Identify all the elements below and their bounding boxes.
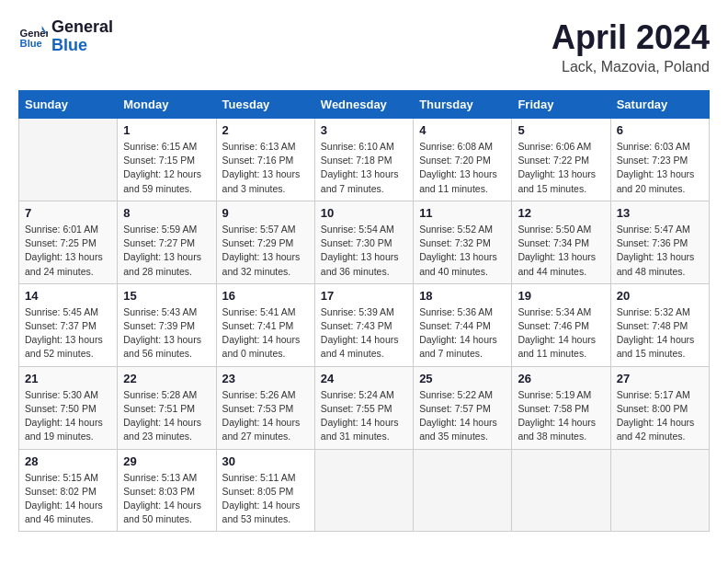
location-title: Lack, Mazovia, Poland xyxy=(552,59,710,75)
day-info: Sunrise: 5:13 AM Sunset: 8:03 PM Dayligh… xyxy=(123,471,210,527)
day-number: 8 xyxy=(123,206,210,220)
day-info: Sunrise: 5:19 AM Sunset: 7:58 PM Dayligh… xyxy=(518,388,604,444)
day-number: 29 xyxy=(123,454,210,468)
day-number: 6 xyxy=(617,123,703,137)
day-info: Sunrise: 5:24 AM Sunset: 7:55 PM Dayligh… xyxy=(321,388,407,444)
calendar-cell xyxy=(19,119,118,201)
calendar-cell: 24Sunrise: 5:24 AM Sunset: 7:55 PM Dayli… xyxy=(314,366,413,449)
calendar-cell xyxy=(414,449,512,532)
logo-blue: Blue xyxy=(51,37,113,55)
week-row-1: 7Sunrise: 6:01 AM Sunset: 7:25 PM Daylig… xyxy=(19,201,710,283)
weekday-header-monday: Monday xyxy=(118,91,216,119)
day-number: 25 xyxy=(419,372,506,385)
day-number: 3 xyxy=(321,123,407,137)
day-number: 5 xyxy=(518,123,604,137)
calendar-cell: 29Sunrise: 5:13 AM Sunset: 8:03 PM Dayli… xyxy=(118,449,216,532)
calendar-cell: 4Sunrise: 6:08 AM Sunset: 7:20 PM Daylig… xyxy=(414,119,512,201)
day-info: Sunrise: 5:50 AM Sunset: 7:34 PM Dayligh… xyxy=(518,223,604,279)
calendar-cell: 23Sunrise: 5:26 AM Sunset: 7:53 PM Dayli… xyxy=(216,366,314,449)
calendar-cell: 16Sunrise: 5:41 AM Sunset: 7:41 PM Dayli… xyxy=(216,283,314,366)
day-info: Sunrise: 5:57 AM Sunset: 7:29 PM Dayligh… xyxy=(222,223,309,279)
day-info: Sunrise: 5:32 AM Sunset: 7:48 PM Dayligh… xyxy=(617,305,703,362)
day-number: 4 xyxy=(419,123,506,137)
day-info: Sunrise: 5:59 AM Sunset: 7:27 PM Dayligh… xyxy=(123,223,210,279)
day-info: Sunrise: 5:54 AM Sunset: 7:30 PM Dayligh… xyxy=(321,223,407,279)
month-title: April 2024 xyxy=(552,18,710,57)
day-number: 26 xyxy=(518,372,604,385)
day-number: 10 xyxy=(321,206,407,220)
day-number: 18 xyxy=(419,289,506,303)
day-number: 22 xyxy=(123,372,210,385)
day-number: 28 xyxy=(25,454,111,468)
calendar-cell: 1Sunrise: 6:15 AM Sunset: 7:15 PM Daylig… xyxy=(118,119,216,201)
day-number: 17 xyxy=(321,289,407,303)
weekday-header-sunday: Sunday xyxy=(19,91,118,119)
day-info: Sunrise: 6:13 AM Sunset: 7:16 PM Dayligh… xyxy=(222,140,309,196)
calendar-cell xyxy=(610,449,709,532)
svg-text:Blue: Blue xyxy=(20,38,42,49)
week-row-4: 28Sunrise: 5:15 AM Sunset: 8:02 PM Dayli… xyxy=(19,449,710,532)
day-number: 23 xyxy=(222,372,309,385)
logo-icon: General Blue xyxy=(18,22,48,52)
day-info: Sunrise: 5:43 AM Sunset: 7:39 PM Dayligh… xyxy=(123,305,210,362)
calendar-cell: 15Sunrise: 5:43 AM Sunset: 7:39 PM Dayli… xyxy=(118,283,216,366)
day-info: Sunrise: 5:11 AM Sunset: 8:05 PM Dayligh… xyxy=(222,471,309,527)
day-number: 1 xyxy=(123,123,210,137)
calendar-cell: 3Sunrise: 6:10 AM Sunset: 7:18 PM Daylig… xyxy=(314,119,413,201)
day-number: 15 xyxy=(123,289,210,303)
calendar-cell: 14Sunrise: 5:45 AM Sunset: 7:37 PM Dayli… xyxy=(19,283,118,366)
week-row-0: 1Sunrise: 6:15 AM Sunset: 7:15 PM Daylig… xyxy=(19,119,710,201)
header: General Blue General Blue April 2024 Lac… xyxy=(18,18,710,75)
day-info: Sunrise: 5:15 AM Sunset: 8:02 PM Dayligh… xyxy=(25,471,111,527)
calendar-cell: 25Sunrise: 5:22 AM Sunset: 7:57 PM Dayli… xyxy=(414,366,512,449)
week-row-3: 21Sunrise: 5:30 AM Sunset: 7:50 PM Dayli… xyxy=(19,366,710,449)
calendar-cell: 11Sunrise: 5:52 AM Sunset: 7:32 PM Dayli… xyxy=(414,201,512,283)
day-info: Sunrise: 5:36 AM Sunset: 7:44 PM Dayligh… xyxy=(419,305,506,362)
day-number: 20 xyxy=(617,289,703,303)
day-number: 12 xyxy=(518,206,604,220)
calendar-cell: 21Sunrise: 5:30 AM Sunset: 7:50 PM Dayli… xyxy=(19,366,118,449)
calendar-cell: 20Sunrise: 5:32 AM Sunset: 7:48 PM Dayli… xyxy=(610,283,709,366)
logo: General Blue General Blue xyxy=(18,18,113,55)
calendar-cell: 22Sunrise: 5:28 AM Sunset: 7:51 PM Dayli… xyxy=(118,366,216,449)
calendar-cell: 30Sunrise: 5:11 AM Sunset: 8:05 PM Dayli… xyxy=(216,449,314,532)
calendar-cell xyxy=(512,449,610,532)
day-number: 13 xyxy=(617,206,703,220)
day-info: Sunrise: 5:52 AM Sunset: 7:32 PM Dayligh… xyxy=(419,223,506,279)
day-info: Sunrise: 5:47 AM Sunset: 7:36 PM Dayligh… xyxy=(617,223,703,279)
calendar-cell: 18Sunrise: 5:36 AM Sunset: 7:44 PM Dayli… xyxy=(414,283,512,366)
calendar-cell: 12Sunrise: 5:50 AM Sunset: 7:34 PM Dayli… xyxy=(512,201,610,283)
day-number: 16 xyxy=(222,289,309,303)
day-number: 11 xyxy=(419,206,506,220)
calendar-cell: 28Sunrise: 5:15 AM Sunset: 8:02 PM Dayli… xyxy=(19,449,118,532)
day-number: 24 xyxy=(321,372,407,385)
weekday-header-row: SundayMondayTuesdayWednesdayThursdayFrid… xyxy=(19,91,710,119)
weekday-header-thursday: Thursday xyxy=(414,91,512,119)
day-number: 9 xyxy=(222,206,309,220)
day-info: Sunrise: 5:30 AM Sunset: 7:50 PM Dayligh… xyxy=(25,388,111,444)
calendar-cell: 2Sunrise: 6:13 AM Sunset: 7:16 PM Daylig… xyxy=(216,119,314,201)
weekday-header-friday: Friday xyxy=(512,91,610,119)
day-info: Sunrise: 6:01 AM Sunset: 7:25 PM Dayligh… xyxy=(25,223,111,279)
day-number: 30 xyxy=(222,454,309,468)
calendar-table: SundayMondayTuesdayWednesdayThursdayFrid… xyxy=(18,90,710,532)
calendar-cell: 27Sunrise: 5:17 AM Sunset: 8:00 PM Dayli… xyxy=(610,366,709,449)
day-info: Sunrise: 6:03 AM Sunset: 7:23 PM Dayligh… xyxy=(617,140,703,196)
title-area: April 2024 Lack, Mazovia, Poland xyxy=(552,18,710,75)
calendar-cell: 9Sunrise: 5:57 AM Sunset: 7:29 PM Daylig… xyxy=(216,201,314,283)
day-info: Sunrise: 5:39 AM Sunset: 7:43 PM Dayligh… xyxy=(321,305,407,362)
day-info: Sunrise: 6:10 AM Sunset: 7:18 PM Dayligh… xyxy=(321,140,407,196)
week-row-2: 14Sunrise: 5:45 AM Sunset: 7:37 PM Dayli… xyxy=(19,283,710,366)
day-info: Sunrise: 5:26 AM Sunset: 7:53 PM Dayligh… xyxy=(222,388,309,444)
calendar-cell: 10Sunrise: 5:54 AM Sunset: 7:30 PM Dayli… xyxy=(314,201,413,283)
day-number: 27 xyxy=(617,372,703,385)
day-number: 19 xyxy=(518,289,604,303)
logo-general: General xyxy=(51,18,113,37)
calendar-cell: 7Sunrise: 6:01 AM Sunset: 7:25 PM Daylig… xyxy=(19,201,118,283)
calendar-cell: 17Sunrise: 5:39 AM Sunset: 7:43 PM Dayli… xyxy=(314,283,413,366)
day-info: Sunrise: 5:22 AM Sunset: 7:57 PM Dayligh… xyxy=(419,388,506,444)
calendar-cell: 26Sunrise: 5:19 AM Sunset: 7:58 PM Dayli… xyxy=(512,366,610,449)
calendar-cell: 8Sunrise: 5:59 AM Sunset: 7:27 PM Daylig… xyxy=(118,201,216,283)
day-info: Sunrise: 5:28 AM Sunset: 7:51 PM Dayligh… xyxy=(123,388,210,444)
day-info: Sunrise: 6:15 AM Sunset: 7:15 PM Dayligh… xyxy=(123,140,210,196)
